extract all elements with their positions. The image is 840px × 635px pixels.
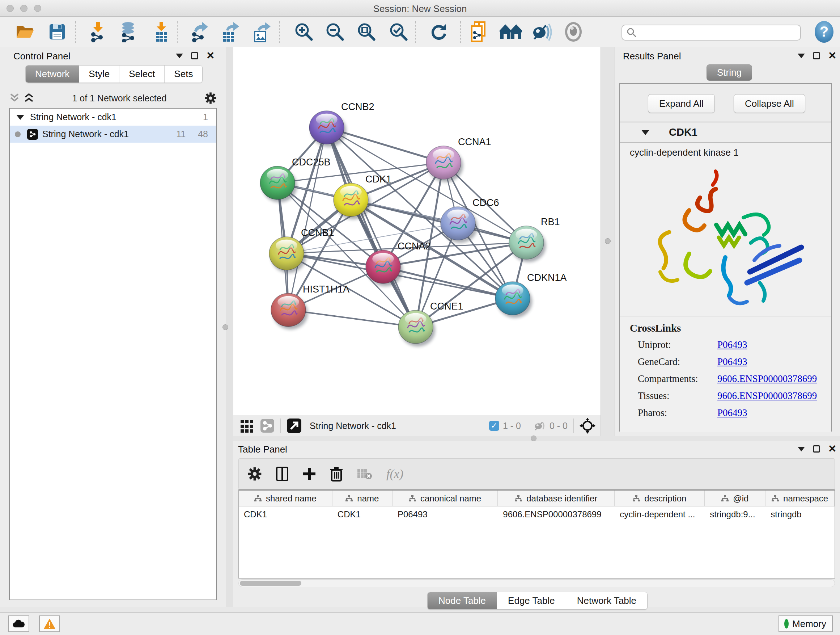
show-all-button[interactable] xyxy=(561,19,586,44)
network-node-cdkn1a[interactable]: CDKN1A xyxy=(495,272,567,318)
network-node-cdc25b[interactable]: CDC25B xyxy=(260,157,331,203)
zoom-fit-button[interactable] xyxy=(354,19,379,44)
expand-all-button[interactable]: Expand All xyxy=(648,94,715,113)
zoom-selected-button[interactable] xyxy=(386,19,411,44)
expand-all-icon[interactable] xyxy=(24,93,34,103)
open-in-new-icon[interactable] xyxy=(286,418,302,433)
table-cell[interactable]: stringdb:9... xyxy=(705,507,766,523)
panel-splitter-horizontal[interactable] xyxy=(233,436,840,441)
table-cell[interactable]: stringdb xyxy=(766,507,835,523)
network-node-rb1[interactable]: RB1 xyxy=(509,217,560,262)
panel-float-icon[interactable] xyxy=(813,52,820,59)
tab-select[interactable]: Select xyxy=(119,65,164,82)
column-header[interactable]: canonical name xyxy=(393,491,498,506)
crosslink-link[interactable]: 9606.ENSP00000378699 xyxy=(717,373,817,385)
panel-close-icon[interactable]: ✕ xyxy=(206,52,215,59)
warnings-button[interactable] xyxy=(39,616,60,632)
tab-network[interactable]: Network xyxy=(26,65,79,82)
birds-eye-grid-icon[interactable] xyxy=(240,418,254,433)
table-cell[interactable]: CDK1 xyxy=(239,507,332,523)
table-cell[interactable]: cyclin-dependent ... xyxy=(615,507,705,523)
column-header[interactable]: @id xyxy=(705,491,766,506)
export-image-button[interactable] xyxy=(249,19,274,44)
panel-float-icon[interactable] xyxy=(191,52,198,59)
network-node-ccnb2[interactable]: CCNB2 xyxy=(309,101,374,147)
selected-checkbox[interactable]: ✓ xyxy=(489,421,499,431)
tab-network-table[interactable]: Network Table xyxy=(566,592,647,609)
column-header[interactable]: database identifier xyxy=(498,491,615,506)
column-header[interactable]: name xyxy=(332,491,393,506)
network-options-gear-icon[interactable] xyxy=(204,92,217,104)
node-table[interactable]: shared namenamecanonical namedatabase id… xyxy=(238,489,835,578)
table-row[interactable]: CDK1CDK1P064939606.ENSP00000378699cyclin… xyxy=(239,507,835,523)
import-network-button[interactable] xyxy=(85,19,110,44)
column-header[interactable]: namespace xyxy=(766,491,835,506)
crosslink-link[interactable]: P06493 xyxy=(717,407,747,418)
delete-icon[interactable] xyxy=(330,466,343,481)
network-collection-row[interactable]: String Network - cdk1 1 xyxy=(10,109,216,126)
panel-menu-icon[interactable] xyxy=(798,54,805,58)
fit-content-crosshair-icon[interactable] xyxy=(579,418,595,434)
table-cell[interactable]: P06493 xyxy=(393,507,498,523)
table-options-gear-icon[interactable] xyxy=(248,467,262,481)
panel-splitter-results[interactable] xyxy=(600,47,615,436)
search-field[interactable] xyxy=(622,25,801,41)
apply-layout-button[interactable] xyxy=(426,19,451,44)
string-style-icon[interactable] xyxy=(260,418,275,433)
panel-menu-icon[interactable] xyxy=(176,54,183,58)
crosslink-row: Compartments: 9606.ENSP00000378699 xyxy=(630,373,831,385)
tab-string[interactable]: String xyxy=(706,65,752,81)
hide-selection-button[interactable] xyxy=(529,19,554,44)
memory-button[interactable]: Memory xyxy=(778,616,833,632)
show-columns-icon[interactable] xyxy=(276,466,289,481)
panel-close-icon[interactable]: ✕ xyxy=(828,445,836,453)
gene-section-header[interactable]: CDK1 xyxy=(620,122,831,143)
network-canvas[interactable]: CCNB2CCNA1CDC25BCDK1CDC6RB1CCNB1CCNA2CDK… xyxy=(233,47,600,415)
collection-expander-icon[interactable] xyxy=(16,115,24,120)
export-network-button[interactable] xyxy=(187,19,212,44)
tab-node-table[interactable]: Node Table xyxy=(428,592,497,609)
network-node-ccne1[interactable]: CCNE1 xyxy=(398,301,463,347)
collapse-all-button[interactable]: Collapse All xyxy=(734,94,805,113)
table-cell[interactable]: CDK1 xyxy=(332,507,393,523)
add-icon[interactable] xyxy=(302,467,316,481)
tab-style[interactable]: Style xyxy=(79,65,119,82)
zoom-out-button[interactable] xyxy=(323,19,347,44)
tab-sets[interactable]: Sets xyxy=(164,65,202,82)
save-session-button[interactable] xyxy=(45,19,69,44)
open-session-button[interactable] xyxy=(12,19,37,44)
zoom-in-button[interactable] xyxy=(292,19,316,44)
import-network-from-database-button[interactable] xyxy=(116,19,141,44)
crosslink-link[interactable]: 9606.ENSP00000378699 xyxy=(717,390,817,402)
help-button[interactable]: ? xyxy=(812,19,836,44)
cloud-status-button[interactable] xyxy=(8,616,29,632)
network-node-hist1h1a[interactable]: HIST1H1A xyxy=(271,284,349,329)
collapse-all-icon[interactable] xyxy=(9,93,20,103)
table-cell[interactable]: 9606.ENSP00000378699 xyxy=(498,507,615,523)
export-table-button[interactable] xyxy=(218,19,243,44)
gene-expander-icon[interactable] xyxy=(641,130,649,135)
copy-network-button[interactable] xyxy=(467,19,491,44)
panel-menu-icon[interactable] xyxy=(798,447,805,451)
splitter-handle[interactable] xyxy=(223,325,228,330)
import-table-button[interactable] xyxy=(149,19,174,44)
home-button[interactable] xyxy=(499,19,523,44)
crosslink-link[interactable]: P06493 xyxy=(717,339,747,350)
table-horizontal-scrollbar[interactable] xyxy=(238,579,835,587)
splitter-handle[interactable] xyxy=(605,238,611,244)
splitter-handle[interactable] xyxy=(531,435,537,441)
search-input[interactable] xyxy=(639,26,800,39)
tab-edge-table[interactable]: Edge Table xyxy=(497,592,566,609)
panel-splitter-vertical[interactable] xyxy=(226,47,233,607)
crosslink-link[interactable]: P06493 xyxy=(717,356,747,367)
network-node-cdc6[interactable]: CDC6 xyxy=(441,197,499,243)
network-node-cdk1[interactable]: CDK1 xyxy=(333,174,392,219)
network-row[interactable]: String Network - cdk1 11 48 xyxy=(10,126,216,143)
panel-float-icon[interactable] xyxy=(813,445,820,453)
scrollbar-thumb[interactable] xyxy=(240,581,302,586)
network-node-ccna1[interactable]: CCNA1 xyxy=(426,136,491,182)
column-header[interactable]: shared name xyxy=(239,491,332,506)
column-header[interactable]: description xyxy=(615,491,705,506)
panel-close-icon[interactable]: ✕ xyxy=(828,52,836,59)
network-node-ccnb1[interactable]: CCNB1 xyxy=(269,227,334,273)
